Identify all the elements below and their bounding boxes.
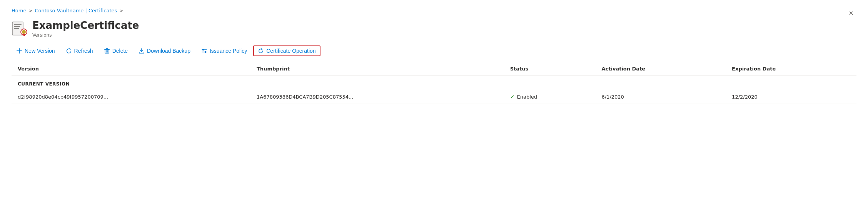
versions-table-container: Version Thumbprint Status Activation Dat… bbox=[12, 61, 856, 104]
section-header-row: CURRENT VERSION bbox=[12, 76, 856, 90]
page-container: Home > Contoso-Vaultname | Certificates … bbox=[0, 0, 868, 213]
issuance-policy-label: Issuance Policy bbox=[210, 48, 247, 54]
certificate-operation-button[interactable]: Certificate Operation bbox=[253, 45, 320, 56]
svg-point-14 bbox=[205, 52, 206, 53]
status-text: Enabled bbox=[517, 94, 537, 100]
close-button[interactable]: × bbox=[846, 8, 856, 18]
download-icon bbox=[139, 48, 145, 54]
trash-icon bbox=[104, 48, 110, 54]
certificate-operation-label: Certificate Operation bbox=[266, 48, 315, 54]
col-version: Version bbox=[12, 61, 250, 76]
svg-rect-3 bbox=[14, 28, 19, 29]
versions-table: Version Thumbprint Status Activation Dat… bbox=[12, 61, 856, 104]
sync-icon bbox=[258, 48, 264, 54]
breadcrumb-sep-2: > bbox=[119, 8, 123, 13]
col-status: Status bbox=[504, 61, 596, 76]
header-text: ExampleCertificate Versions bbox=[32, 20, 139, 38]
delete-button[interactable]: Delete bbox=[99, 45, 132, 56]
download-backup-label: Download Backup bbox=[147, 48, 190, 54]
svg-rect-2 bbox=[14, 26, 20, 27]
col-expiration-date: Expiration Date bbox=[726, 61, 856, 76]
breadcrumb-home[interactable]: Home bbox=[12, 8, 26, 13]
breadcrumb-vault[interactable]: Contoso-Vaultname | Certificates bbox=[35, 8, 117, 13]
close-icon: × bbox=[849, 9, 853, 17]
cell-activation-date: 6/1/2020 bbox=[596, 90, 726, 104]
certificate-icon bbox=[12, 20, 28, 37]
plus-icon bbox=[16, 48, 22, 54]
new-version-button[interactable]: New Version bbox=[12, 45, 60, 56]
settings-icon bbox=[201, 48, 207, 54]
refresh-label: Refresh bbox=[74, 48, 93, 54]
delete-label: Delete bbox=[112, 48, 128, 54]
refresh-button[interactable]: Refresh bbox=[61, 45, 98, 56]
breadcrumb-sep-1: > bbox=[28, 8, 32, 13]
toolbar: New Version Refresh Delete bbox=[12, 45, 856, 61]
svg-point-5 bbox=[22, 30, 26, 34]
cell-thumbprint: 1A67809386D4BCA7B9D205C87554... bbox=[250, 90, 504, 104]
table-row: d2f98920d8e04cb49f9957200709... 1A678093… bbox=[12, 90, 856, 104]
page-title: ExampleCertificate bbox=[32, 20, 139, 32]
col-activation-date: Activation Date bbox=[596, 61, 726, 76]
col-thumbprint: Thumbprint bbox=[250, 61, 504, 76]
download-backup-button[interactable]: Download Backup bbox=[134, 45, 195, 56]
table-header-row: Version Thumbprint Status Activation Dat… bbox=[12, 61, 856, 76]
status-cell: ✓ Enabled bbox=[510, 94, 589, 100]
page-subtitle: Versions bbox=[32, 32, 139, 38]
svg-rect-8 bbox=[105, 49, 109, 53]
page-header: ExampleCertificate Versions bbox=[12, 20, 856, 38]
issuance-policy-button[interactable]: Issuance Policy bbox=[197, 45, 252, 56]
check-icon: ✓ bbox=[510, 94, 515, 100]
cell-status: ✓ Enabled bbox=[504, 90, 596, 104]
cell-version: d2f98920d8e04cb49f9957200709... bbox=[12, 90, 250, 104]
svg-rect-1 bbox=[14, 24, 22, 25]
svg-point-13 bbox=[202, 49, 204, 50]
new-version-label: New Version bbox=[25, 48, 55, 54]
breadcrumb: Home > Contoso-Vaultname | Certificates … bbox=[12, 8, 856, 13]
section-header-label: CURRENT VERSION bbox=[12, 76, 856, 90]
refresh-icon bbox=[66, 48, 72, 54]
cell-expiration-date: 12/2/2020 bbox=[726, 90, 856, 104]
